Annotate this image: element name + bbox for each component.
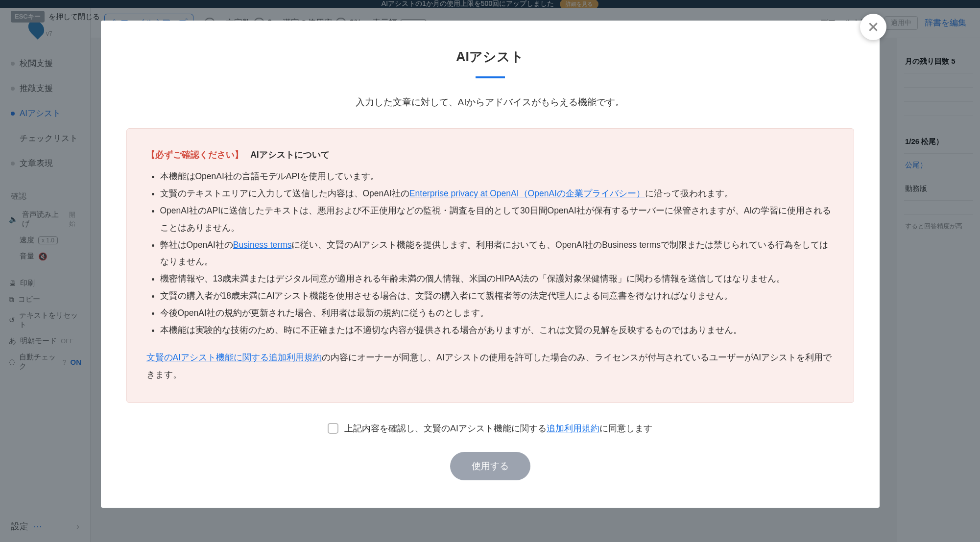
ai-assist-modal: AIアシスト 入力した文章に対して、AIからアドバイスがもらえる機能です。 【必… bbox=[101, 21, 880, 508]
close-button[interactable] bbox=[860, 14, 886, 40]
notice-item: 本機能はOpenAI社の言語モデルAPIを使用しています。 bbox=[160, 168, 834, 185]
consent-row: 上記内容を確認し、文賢のAIアシスト機能に関する追加利用規約に同意します bbox=[101, 423, 880, 434]
consent-text-b: に同意します bbox=[599, 424, 652, 433]
additional-terms-link[interactable]: 文賢のAIアシスト機能に関する追加利用規約 bbox=[146, 353, 322, 362]
consent-text-a: 上記内容を確認し、文賢のAIアシスト機能に関する bbox=[344, 424, 547, 433]
notice-prefix: 【必ずご確認ください】 bbox=[146, 150, 243, 160]
consent-checkbox[interactable] bbox=[328, 423, 338, 434]
notice-footer: 文賢のAIアシスト機能に関する追加利用規約の内容にオーナーが同意し、AIアシスト… bbox=[146, 349, 834, 382]
privacy-link[interactable]: Enterprise privacy at OpenAI（OpenAIの企業プラ… bbox=[409, 189, 645, 198]
business-terms-link[interactable]: Business terms bbox=[233, 240, 292, 250]
modal-title: AIアシスト bbox=[101, 48, 880, 66]
notice-item: OpenAI社のAPIに送信したテキストは、悪用および不正使用などの監視・調査を… bbox=[160, 202, 834, 236]
title-underline bbox=[476, 76, 505, 78]
notice-item: 今後OpenAI社の規約が更新された場合、利用者は最新の規約に従うものとします。 bbox=[160, 305, 834, 321]
notice-title: AIアシストについて bbox=[250, 150, 330, 160]
notice-item: 文賢の購入者が18歳未満にAIアシスト機能を使用させる場合は、文賢の購入者にて親… bbox=[160, 287, 834, 304]
notice-box: 【必ずご確認ください】 AIアシストについて 本機能はOpenAI社の言語モデル… bbox=[126, 128, 854, 403]
notice-item: 機密情報や、13歳未満またはデジタル同意が適用される年齢未満の個人情報、米国のH… bbox=[160, 270, 834, 287]
notice-item: 本機能は実験的な技術のため、時に不正確または不適切な内容が提供される場合がありま… bbox=[160, 322, 834, 338]
close-icon bbox=[867, 21, 880, 33]
use-button[interactable]: 使用する bbox=[450, 452, 530, 480]
notice-item: 弊社はOpenAI社のBusiness termsに従い、文賢のAIアシスト機能… bbox=[160, 236, 834, 270]
notice-item: 文賢のテキストエリアに入力して送信した内容は、OpenAI社のEnterpris… bbox=[160, 185, 834, 202]
modal-overlay[interactable]: AIアシスト 入力した文章に対して、AIからアドバイスがもらえる機能です。 【必… bbox=[0, 0, 980, 542]
modal-subtitle: 入力した文章に対して、AIからアドバイスがもらえる機能です。 bbox=[101, 96, 880, 109]
consent-terms-link[interactable]: 追加利用規約 bbox=[547, 424, 599, 433]
